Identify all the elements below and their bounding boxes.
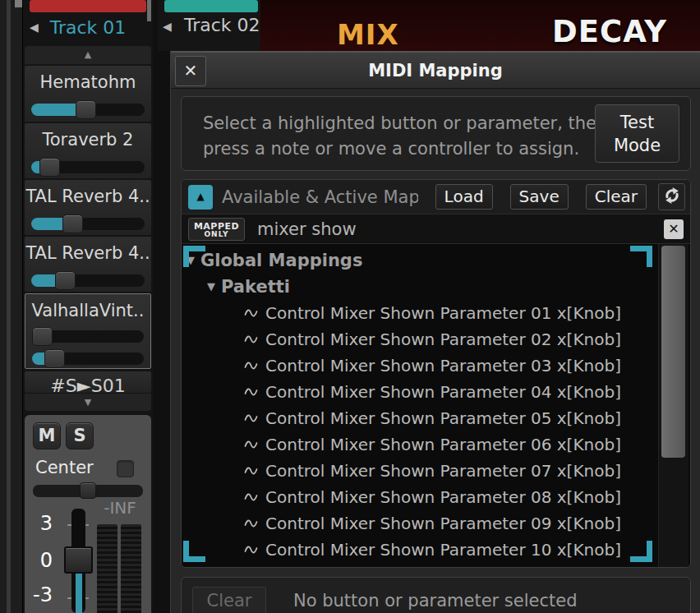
mapping-list-item[interactable]: Control Mixer Shown Parameter 08 x[Knob] <box>182 484 657 510</box>
mappings-tree: ▼ Global Mappings ▼ Paketti Control Mixe… <box>182 244 690 568</box>
expanded-triangle-icon[interactable]: ▼ <box>207 274 215 300</box>
fold-down-icon: ▼ <box>85 397 91 408</box>
mappings-collapse-button[interactable]: ▲ <box>188 185 213 210</box>
track-02-color-bar[interactable] <box>164 0 258 12</box>
track-02-strip: ◀ Track 02 <box>158 0 260 51</box>
tree-node-label: Paketti <box>221 274 290 300</box>
device-slot-tal-reverb-2[interactable]: TAL Reverb 4.. <box>25 237 151 292</box>
decay-section-label: DECAY <box>552 14 667 49</box>
slider-handle[interactable] <box>32 327 53 346</box>
mapping-list-item[interactable]: Control Mixer Shown Parameter 06 x[Knob] <box>182 431 657 458</box>
pan-slider-handle[interactable] <box>80 482 96 499</box>
test-mode-button[interactable]: Test Mode <box>595 104 679 163</box>
mappings-panel: ▲ Available & Active Mappings Load Save … <box>181 179 691 568</box>
close-icon: ✕ <box>184 61 198 81</box>
slider-handle[interactable] <box>76 100 96 119</box>
device-param-slider[interactable] <box>31 104 145 116</box>
device-slot-hematohm[interactable]: Hematohm <box>25 66 151 122</box>
mapping-list-item[interactable]: Control Mixer Shown Parameter 05 x[Knob] <box>182 405 657 431</box>
slider-handle[interactable] <box>39 158 60 177</box>
mapping-list-item[interactable]: Control Mixer Shown Parameter 02 x[Knob] <box>182 326 657 353</box>
collapse-left-icon[interactable]: ◀ <box>163 20 172 33</box>
device-label: ValhallaVint.. <box>25 301 150 320</box>
tree-node-global-mappings[interactable]: ▼ Global Mappings <box>182 247 657 274</box>
midi-mapping-dialog: MIDI Mapping ✕ Select a highlighted butt… <box>170 51 700 613</box>
plugin-ui-header: MIX DECAY <box>260 0 700 51</box>
fader-tick-label: -3 <box>28 583 53 606</box>
device-fold-down-button[interactable]: ▼ <box>25 394 151 411</box>
slider-handle[interactable] <box>55 271 76 290</box>
selection-footer-panel: Clear No button or parameter selected <box>181 577 691 613</box>
mapping-item-label: Control Mixer Shown Parameter 08 x[Knob] <box>265 484 621 510</box>
device-param-slider[interactable] <box>32 330 144 343</box>
load-button[interactable]: Load <box>435 184 493 210</box>
device-param-slider[interactable] <box>32 353 144 365</box>
sine-wave-icon <box>244 360 258 371</box>
mapping-list-item[interactable]: Control Mixer Shown Parameter 04 x[Knob] <box>182 379 657 405</box>
selection-status-text: No button or parameter selected <box>293 591 578 611</box>
track-01-header[interactable]: ◀ Track 01 <box>23 12 153 47</box>
mapping-item-label: Control Mixer Shown Parameter 06 x[Knob] <box>265 431 621 458</box>
device-slot-valhalla-selected[interactable]: ValhallaVint.. <box>25 293 151 369</box>
device-fold-up-button[interactable]: ▲ <box>25 46 151 64</box>
close-button[interactable]: ✕ <box>175 56 206 86</box>
device-slot-toraverb[interactable]: Toraverb 2 <box>25 123 151 178</box>
mapping-item-label: Control Mixer Shown Parameter 04 x[Knob] <box>265 379 621 405</box>
mapping-list-item[interactable]: Control Mixer Shown Parameter 10 x[Knob] <box>182 537 657 563</box>
clear-mappings-button[interactable]: Clear <box>586 184 647 210</box>
mute-button[interactable]: M <box>33 422 61 449</box>
send-device-slot[interactable]: #S►S01 <box>25 371 151 393</box>
device-label: Hematohm <box>25 72 151 92</box>
mapping-list-item[interactable]: Control Mixer Shown Parameter 07 x[Knob] <box>182 458 657 484</box>
rail-scroll-fragment <box>15 0 22 7</box>
mapping-list-item[interactable]: Control Mixer Shown Parameter 03 x[Knob] <box>182 353 657 379</box>
mappings-rows: ▼ Global Mappings ▼ Paketti Control Mixe… <box>182 247 657 568</box>
mappings-section-title: Available & Active Mappings <box>222 187 418 207</box>
device-slot-tal-reverb-1[interactable]: TAL Reverb 4.. <box>25 180 151 235</box>
refresh-button[interactable] <box>658 183 685 210</box>
test-mode-line-1: Test <box>596 111 679 134</box>
search-clear-button[interactable]: ✕ <box>664 219 684 239</box>
instruction-line-1: Select a highlighted button or parameter… <box>203 111 607 136</box>
device-param-slider[interactable] <box>31 161 145 173</box>
tree-node-paketti[interactable]: ▼ Paketti <box>182 274 657 300</box>
track-01-mixer: M S Center 3 0 -3 -INF <box>25 415 151 613</box>
volume-fader-handle[interactable] <box>64 546 93 574</box>
instruction-panel: Select a highlighted button or parameter… <box>181 96 691 171</box>
pan-center-checkbox[interactable] <box>117 460 134 477</box>
list-scrollbar-thumb[interactable] <box>661 246 685 458</box>
track-02-name[interactable]: Track 02 <box>184 15 260 35</box>
search-input[interactable] <box>256 219 664 240</box>
clear-selection-button[interactable]: Clear <box>192 587 266 613</box>
sine-wave-icon <box>244 413 258 424</box>
mapping-list-item[interactable]: Control Mixer Shown Parameter 01 x[Knob] <box>182 300 657 326</box>
device-param-slider[interactable] <box>31 218 145 230</box>
mappings-search-row: MAPPED ONLY ✕ <box>182 214 690 244</box>
mapped-only-toggle[interactable]: MAPPED ONLY <box>188 218 245 241</box>
renoise-app: ◀ Track 01 ▲ Hematohm Toraverb 2 TAL Rev… <box>0 0 700 613</box>
fader-tick-label: 3 <box>28 512 53 535</box>
list-scrollbar[interactable] <box>658 244 688 568</box>
pan-slider[interactable] <box>33 485 143 497</box>
fold-up-icon: ▲ <box>85 49 91 60</box>
mapping-list-item[interactable]: Control Mixer Shown Parameter 09 x[Knob] <box>182 510 657 537</box>
selection-bracket-bottom-left <box>183 541 205 562</box>
solo-button[interactable]: S <box>66 422 94 449</box>
device-label: TAL Reverb 4.. <box>25 243 151 263</box>
track-01-name[interactable]: Track 01 <box>23 17 153 38</box>
vu-meter-left <box>97 524 117 613</box>
mappings-header-row: ▲ Available & Active Mappings Load Save … <box>182 180 690 214</box>
sine-wave-icon <box>244 465 258 477</box>
slider-handle[interactable] <box>44 349 65 368</box>
sine-wave-icon <box>244 544 258 555</box>
mapping-item-label: Control Mixer Shown Parameter 03 x[Knob] <box>265 353 621 379</box>
sine-wave-icon <box>244 307 258 319</box>
mapping-item-label: Control Mixer Shown Parameter 09 x[Knob] <box>265 510 621 537</box>
sine-wave-icon <box>244 386 258 398</box>
device-param-slider[interactable] <box>31 274 145 287</box>
track-01-color-bar[interactable] <box>30 0 146 12</box>
fader-tick-label: 0 <box>28 549 53 572</box>
mapping-item-label: Control Mixer Shown Parameter 10 x[Knob] <box>265 537 621 563</box>
slider-handle[interactable] <box>62 214 83 233</box>
save-button[interactable]: Save <box>510 184 569 210</box>
